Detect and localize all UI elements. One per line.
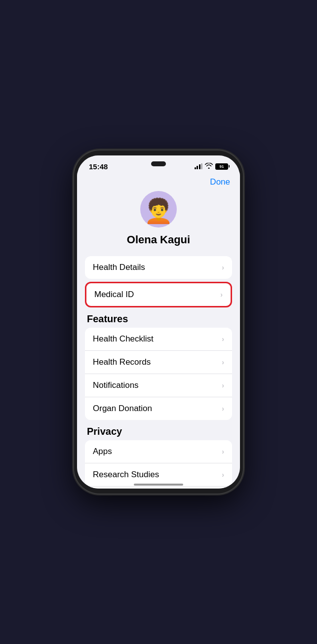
home-indicator [134, 484, 183, 486]
health-details-label: Health Details [93, 263, 145, 272]
health-checklist-label: Health Checklist [93, 334, 154, 344]
done-button[interactable]: Done [210, 177, 230, 187]
organ-donation-chevron: › [222, 405, 224, 413]
research-studies-item[interactable]: Research Studies › [85, 463, 232, 487]
devices-item[interactable]: Devices › [85, 487, 232, 489]
health-records-item[interactable]: Health Records › [85, 351, 232, 374]
health-checklist-item[interactable]: Health Checklist › [85, 328, 232, 351]
avatar-memoji: 🧑‍🦱 [144, 199, 173, 223]
features-section: Features Health Checklist › Health Recor… [77, 313, 240, 420]
dynamic-island [151, 161, 166, 166]
medical-id-chevron: › [220, 291, 223, 299]
apps-item[interactable]: Apps › [85, 440, 232, 463]
avatar: 🧑‍🦱 [140, 191, 177, 227]
signal-icon [195, 163, 203, 169]
wifi-icon [205, 163, 213, 170]
organ-donation-item[interactable]: Organ Donation › [85, 397, 232, 420]
research-studies-label: Research Studies [93, 470, 159, 480]
medical-id-item[interactable]: Medical ID › [85, 282, 232, 307]
health-details-item[interactable]: Health Details › [85, 256, 232, 279]
organ-donation-label: Organ Donation [93, 404, 152, 414]
battery-level: 91 [220, 164, 224, 169]
navigation-header: Done [77, 173, 240, 189]
content-area: Done 🧑‍🦱 Olena Kagui Health Details › M [77, 173, 240, 489]
research-studies-chevron: › [222, 471, 224, 479]
privacy-header: Privacy [85, 426, 232, 440]
health-details-section: Health Details › [77, 256, 240, 279]
health-checklist-chevron: › [222, 335, 224, 343]
health-records-chevron: › [222, 358, 224, 366]
features-list: Health Checklist › Health Records › Noti… [85, 328, 232, 420]
phone-screen: 15:48 91 [77, 155, 240, 489]
battery-icon: 91 [215, 163, 228, 170]
health-records-label: Health Records [93, 357, 151, 367]
apps-label: Apps [93, 447, 112, 456]
notifications-label: Notifications [93, 380, 139, 390]
status-icons: 91 [195, 163, 229, 170]
phone-frame: 15:48 91 [74, 151, 243, 493]
profile-name: Olena Kagui [127, 233, 190, 246]
health-details-chevron: › [222, 264, 224, 271]
features-header: Features [85, 313, 232, 328]
medical-id-label: Medical ID [94, 290, 134, 300]
apps-chevron: › [222, 448, 224, 455]
notifications-item[interactable]: Notifications › [85, 374, 232, 397]
profile-section: 🧑‍🦱 Olena Kagui [77, 189, 240, 256]
medical-id-section: Medical ID › [77, 282, 240, 307]
privacy-list: Apps › Research Studies › Devices › [85, 440, 232, 489]
status-time: 15:48 [89, 162, 108, 171]
privacy-section: Privacy Apps › Research Studies › Device… [77, 426, 240, 489]
notifications-chevron: › [222, 381, 224, 389]
